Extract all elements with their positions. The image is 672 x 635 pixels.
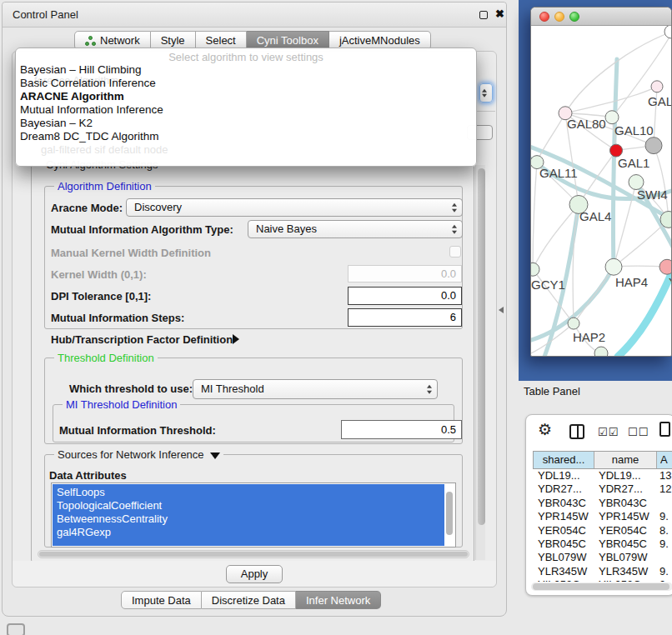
table-row[interactable]: YBR045CYBR045C9. bbox=[533, 538, 672, 551]
node-label-gal1: GAL1 bbox=[618, 156, 649, 170]
algorithm-select-stepper-focused[interactable] bbox=[479, 83, 493, 102]
data-attributes-label: Data Attributes bbox=[49, 469, 127, 482]
hub-section-label[interactable]: Hub/Transcription Factor Definition bbox=[51, 333, 233, 346]
algorithm-option-bayesian-k2[interactable]: Bayesian – K2 bbox=[16, 117, 476, 130]
tab-label: Network bbox=[100, 34, 140, 47]
panel-collapse-arrow-icon[interactable] bbox=[499, 307, 504, 313]
node-label-hap4: HAP4 bbox=[615, 275, 648, 289]
export-table-icon[interactable] bbox=[659, 422, 670, 437]
float-window-icon[interactable] bbox=[479, 11, 488, 19]
table-row[interactable]: YIL052CYIL052C0. bbox=[533, 578, 672, 582]
network-canvas[interactable]: GAL7GAL80GAL10GAL1GAL11SWI4GAL4GCY1HAP4Y… bbox=[531, 26, 671, 356]
data-attributes-list[interactable]: SelfLoopsTopologicalCoefficientBetweenne… bbox=[51, 482, 456, 548]
attribute-item-gal4rgexp[interactable]: gal4RGexp bbox=[53, 526, 444, 539]
tab-label: jActiveMNodules bbox=[339, 34, 420, 47]
tab-label: Discretize Data bbox=[212, 594, 285, 607]
gear-icon[interactable]: ⚙ bbox=[538, 420, 552, 438]
algorithm-option-aracne-algorithm[interactable]: ARACNE Algorithm bbox=[16, 90, 476, 103]
network-icon bbox=[85, 36, 96, 46]
settings-hscrollbar[interactable] bbox=[38, 550, 469, 558]
table-hscrollbar[interactable] bbox=[531, 582, 672, 591]
popup-prompt: Select algorithm to view settings bbox=[16, 51, 476, 63]
settings-hscrollbar-thumb[interactable] bbox=[39, 552, 468, 557]
data-attributes-items: SelfLoopsTopologicalCoefficientBetweenne… bbox=[53, 484, 444, 546]
table-cell: YBR045C bbox=[594, 538, 656, 551]
mi-type-select[interactable]: Naive Bayes bbox=[248, 220, 463, 238]
algorithm-option-bayesian-hill-climbing[interactable]: Bayesian – Hill Climbing bbox=[16, 63, 476, 77]
network-graph[interactable]: GAL7GAL80GAL10GAL1GAL11SWI4GAL4GCY1HAP4Y… bbox=[531, 26, 671, 356]
sources-group-title[interactable]: Sources for Network Inference bbox=[54, 448, 223, 461]
table-cell: YDL19... bbox=[533, 469, 594, 482]
node-label-gcy1: GCY1 bbox=[531, 278, 565, 292]
control-panel-titlebar: Control Panel ✖ bbox=[3, 2, 506, 28]
table-row[interactable]: YBL079WYBL079W bbox=[533, 551, 672, 564]
column-header-a[interactable]: A bbox=[657, 452, 672, 468]
dpi-tolerance-field[interactable]: 0.0 bbox=[348, 287, 462, 305]
column-header-name[interactable]: name bbox=[594, 452, 657, 468]
table-row[interactable]: YDR27...YDR27...12 bbox=[533, 482, 672, 496]
table-cell: YDR27... bbox=[594, 482, 656, 496]
zoom-traffic-light-icon[interactable] bbox=[569, 12, 579, 22]
table-row[interactable]: YPR145WYPR145W9. bbox=[533, 510, 672, 523]
algorithm-option-basic-correlation-inference[interactable]: Basic Correlation Inference bbox=[16, 77, 476, 90]
table-cell: YDR27... bbox=[533, 482, 594, 496]
network-node[interactable] bbox=[594, 347, 608, 356]
table-panel-card: ⚙ ☑☑ ☐☐ shared...nameA YDL19...YDL19...1… bbox=[525, 414, 672, 596]
attribute-item-betweennesscentrality[interactable]: BetweennessCentrality bbox=[53, 512, 444, 526]
deselect-all-checkboxes-icon[interactable]: ☐☐ bbox=[628, 426, 649, 438]
table-row[interactable]: YBR043CYBR043C bbox=[533, 497, 672, 510]
mi-threshold-field[interactable]: 0.5 bbox=[341, 420, 462, 439]
manual-kernel-checkbox[interactable] bbox=[449, 246, 461, 258]
table-cell: YBR045C bbox=[533, 538, 594, 551]
tab-label: Cyni Toolbox bbox=[257, 34, 318, 47]
table-hscrollbar-thumb[interactable] bbox=[533, 583, 669, 590]
expand-right-icon[interactable] bbox=[233, 334, 239, 344]
stepper-icon bbox=[427, 385, 432, 394]
obscured-text-fragment: gal-filtered sif default node bbox=[41, 143, 168, 156]
attribute-item-selfloops[interactable]: SelfLoops bbox=[53, 486, 444, 499]
algorithm-option-mutual-information-inference[interactable]: Mutual Information Inference bbox=[16, 103, 476, 117]
collapse-down-icon[interactable] bbox=[210, 452, 220, 459]
network-node-hap2[interactable] bbox=[568, 318, 579, 329]
collapsed-panel-icon[interactable] bbox=[7, 623, 25, 635]
mi-type-label: Mutual Information Algorithm Type: bbox=[51, 223, 233, 236]
list-scrollbar-thumb[interactable] bbox=[446, 492, 453, 535]
table-row[interactable]: YDL19...YDL19...13 bbox=[533, 469, 672, 482]
tab-impute-data[interactable]: Impute Data bbox=[121, 591, 202, 609]
network-node-gal7[interactable] bbox=[651, 81, 663, 92]
network-view-window[interactable]: GAL7GAL80GAL10GAL1GAL11SWI4GAL4GCY1HAP4Y… bbox=[530, 7, 672, 357]
network-node-hap4[interactable] bbox=[605, 258, 622, 275]
table-row[interactable]: YER054CYER054C8. bbox=[533, 524, 672, 538]
which-threshold-select[interactable]: MI Threshold bbox=[193, 379, 438, 399]
node-label-gal10: GAL10 bbox=[614, 123, 654, 138]
column-view-icon[interactable] bbox=[569, 424, 584, 439]
select-all-checkboxes-icon[interactable]: ☑☑ bbox=[598, 426, 619, 438]
algorithm-option-dream8-dc-tdc-algorithm[interactable]: Dream8 DC_TDC Algorithm bbox=[16, 130, 476, 143]
tab-infer-network[interactable]: Infer Network bbox=[296, 591, 381, 609]
tab-label: Select bbox=[206, 34, 236, 47]
network-node-gal10[interactable] bbox=[605, 111, 619, 124]
aracne-mode-select[interactable]: Discovery bbox=[126, 198, 463, 217]
tab-discretize-data[interactable]: Discretize Data bbox=[202, 591, 296, 609]
network-node[interactable] bbox=[645, 138, 662, 154]
table-row[interactable]: YLR345WYLR345W9. bbox=[533, 565, 672, 578]
close-traffic-light-icon[interactable] bbox=[539, 12, 549, 22]
kernel-width-field[interactable]: 0.0 bbox=[348, 265, 462, 282]
settings-scrollbar-thumb[interactable] bbox=[478, 168, 485, 525]
close-icon[interactable]: ✖ bbox=[495, 8, 504, 20]
node-label-y: Y bbox=[669, 275, 671, 289]
mi-threshold-label: Mutual Information Threshold: bbox=[59, 424, 216, 437]
network-node-y[interactable] bbox=[659, 259, 671, 274]
attribute-item-topologicalcoefficient[interactable]: TopologicalCoefficient bbox=[53, 499, 444, 512]
node-label-gal4: GAL4 bbox=[579, 209, 611, 223]
apply-button[interactable]: Apply bbox=[226, 565, 283, 583]
table-cell: YLR345W bbox=[533, 565, 594, 578]
minimize-traffic-light-icon[interactable] bbox=[554, 12, 564, 22]
network-window-titlebar[interactable] bbox=[531, 8, 671, 26]
node-label-swi4: SWI4 bbox=[637, 188, 668, 202]
column-header-shared[interactable]: shared... bbox=[534, 452, 594, 468]
network-node-gcy1[interactable] bbox=[531, 262, 539, 276]
mi-steps-field[interactable]: 6 bbox=[348, 308, 462, 327]
settings-scrollbar[interactable] bbox=[475, 165, 485, 560]
network-node[interactable] bbox=[664, 26, 671, 38]
